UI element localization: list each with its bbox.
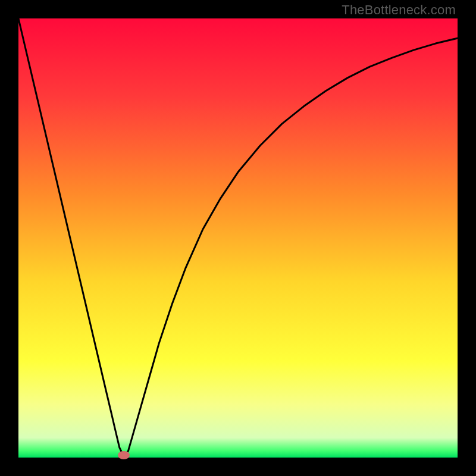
bottleneck-chart [18, 18, 458, 458]
watermark-label: TheBottleneck.com [342, 2, 456, 18]
optimal-point-marker [118, 451, 130, 459]
gradient-background [18, 18, 458, 458]
chart-frame [18, 18, 458, 458]
